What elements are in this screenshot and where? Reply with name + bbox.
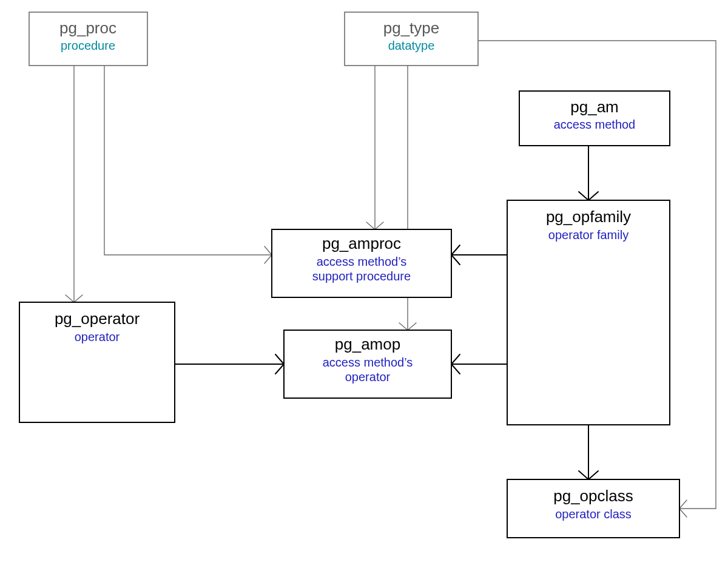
pg-proc-sub: procedure xyxy=(61,39,115,52)
pg-proc-title: pg_proc xyxy=(59,19,116,37)
node-pg-opclass: pg_opclass operator class xyxy=(507,479,679,538)
pg-amproc-sub1: access method’s xyxy=(317,255,407,268)
edge-pgopfamily-pgamproc xyxy=(451,245,507,265)
node-pg-opfamily: pg_opfamily operator family xyxy=(507,200,670,425)
node-pg-operator: pg_operator operator xyxy=(19,302,175,422)
er-diagram: pg_proc procedure pg_type datatype pg_am… xyxy=(0,0,728,565)
pg-opfamily-sub: operator family xyxy=(548,228,629,242)
pg-am-title: pg_am xyxy=(570,98,619,116)
node-pg-proc: pg_proc procedure xyxy=(29,12,147,66)
pg-operator-sub: operator xyxy=(75,330,120,343)
pg-type-sub: datatype xyxy=(388,39,435,52)
edge-pgtype-pgamproc xyxy=(366,66,383,229)
pg-amproc-title: pg_amproc xyxy=(322,234,401,252)
pg-opclass-title: pg_opclass xyxy=(553,487,633,505)
node-pg-am: pg_am access method xyxy=(519,91,670,146)
edge-pgproc-pgoperator xyxy=(66,66,83,302)
edge-pgproc-pgamproc xyxy=(104,66,272,263)
pg-amop-title: pg_amop xyxy=(335,335,400,353)
pg-operator-title: pg_operator xyxy=(55,310,140,328)
edge-pgopfamily-pgamop xyxy=(451,354,507,374)
pg-amop-sub2: operator xyxy=(345,370,391,384)
edge-pgam-pgopfamily xyxy=(579,146,598,200)
node-pg-amproc: pg_amproc access method’s support proced… xyxy=(272,229,451,297)
pg-opclass-sub: operator class xyxy=(555,507,632,521)
pg-amop-sub1: access method’s xyxy=(323,356,413,369)
pg-am-sub: access method xyxy=(554,118,636,131)
edge-pgoperator-pgamop xyxy=(175,354,284,374)
node-pg-amop: pg_amop access method’s operator xyxy=(284,330,451,398)
pg-opfamily-title: pg_opfamily xyxy=(546,208,631,226)
pg-amproc-sub2: support procedure xyxy=(312,269,411,283)
node-pg-type: pg_type datatype xyxy=(345,12,478,66)
edge-pgopfamily-pgopclass xyxy=(579,425,598,479)
pg-type-title: pg_type xyxy=(383,19,440,37)
